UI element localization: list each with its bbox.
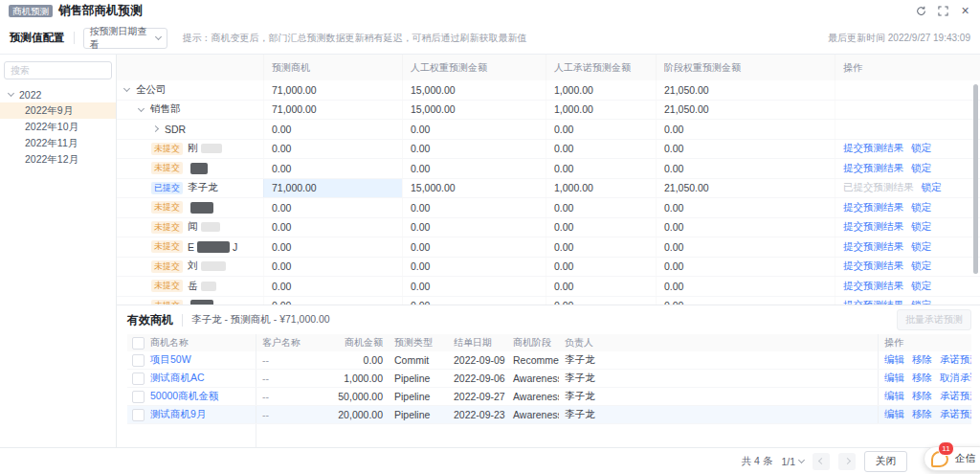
forecast-value-cell: 0.00	[263, 159, 402, 178]
submit-forecast-link[interactable]: 提交预测结果	[843, 280, 903, 293]
row-checkbox[interactable]	[132, 372, 145, 385]
row-checkbox[interactable]	[132, 391, 145, 403]
redacted-name	[197, 241, 230, 253]
forecast-value-cell: 0.00	[263, 140, 402, 159]
tree-node-month[interactable]: 2022年11月	[0, 135, 116, 151]
forecast-value-cell: 0.00	[263, 218, 402, 237]
lock-link[interactable]: 锁定	[911, 260, 931, 273]
forecast-value-cell: 0.00	[656, 258, 835, 277]
redacted-name	[201, 261, 226, 271]
select-all-checkbox[interactable]	[132, 337, 145, 350]
member-name: 岳	[188, 280, 198, 293]
submit-forecast-link[interactable]: 提交预测结果	[843, 142, 903, 155]
column-header: 预测类型	[389, 334, 448, 351]
opportunity-link[interactable]: 项目50W	[150, 353, 191, 367]
close-panel-button[interactable]: 关闭	[864, 451, 907, 472]
column-header: 操作	[835, 55, 980, 80]
wecom-label: 企信	[955, 452, 975, 465]
forecast-value-cell: 0.00	[656, 297, 835, 305]
dept-name-cell: SDR	[117, 120, 263, 139]
lock-link[interactable]: 锁定	[911, 142, 931, 155]
chevron-down-icon[interactable]	[138, 105, 145, 112]
remove-link[interactable]: 移除	[912, 390, 932, 403]
forecast-value-cell: 71,000.00	[263, 101, 402, 120]
submit-forecast-link[interactable]: 提交预测结果	[843, 162, 903, 175]
amount-cell: 50,000.00	[333, 388, 389, 405]
submit-forecast-link[interactable]: 提交预测结果	[843, 201, 903, 214]
redacted-name	[190, 163, 208, 174]
submit-forecast-link[interactable]: 提交预测结果	[843, 220, 903, 234]
forecast-value-cell: 1,000.00	[546, 80, 656, 100]
forecast-value-cell: 15,000.00	[402, 179, 546, 198]
commit-toggle-link[interactable]: 取消承诺	[940, 372, 971, 385]
row-checkbox[interactable]	[132, 409, 145, 421]
batch-commit-button[interactable]: 批量承诺预测	[897, 309, 971, 330]
remove-link[interactable]: 移除	[912, 372, 932, 385]
opportunity-link[interactable]: 测试商机9月	[150, 408, 206, 421]
opportunity-link[interactable]: 测试商机AC	[150, 372, 205, 385]
tree-node-month[interactable]: 2022年9月	[0, 102, 116, 119]
tree-node-month[interactable]: 2022年10月	[0, 119, 116, 135]
forecast-value-cell: 0.00	[656, 277, 835, 296]
expand-icon[interactable]	[937, 5, 949, 17]
opportunity-name-cell: 测试商机AC	[148, 370, 256, 387]
edit-link[interactable]: 编辑	[884, 408, 904, 421]
tree-node-year[interactable]: 2022	[4, 86, 112, 102]
dept-row: SDR0.000.000.000.00	[117, 120, 980, 140]
remove-link[interactable]: 移除	[912, 408, 932, 421]
forecast-value-cell: 0.00	[656, 218, 835, 237]
search-input[interactable]	[4, 61, 112, 79]
prev-page-button[interactable]	[813, 453, 830, 470]
edit-link[interactable]: 编辑	[884, 353, 904, 367]
tree-node-month[interactable]: 2022年12月	[0, 151, 116, 168]
lock-link[interactable]: 锁定	[911, 162, 931, 175]
member-name-cell: 已提交李子龙	[117, 179, 263, 198]
page-select[interactable]: 1/1	[781, 456, 804, 467]
detail-header: 有效商机 李子龙 - 预测商机 - ¥71,000.00 批量承诺预测	[127, 305, 971, 334]
forecast-value-cell: 0.00	[263, 120, 402, 139]
remove-link[interactable]: 移除	[912, 353, 932, 367]
edit-link[interactable]: 编辑	[884, 390, 904, 403]
stage-cell: Awareness	[507, 370, 559, 387]
submit-forecast-link[interactable]: 提交预测结果	[843, 240, 903, 254]
row-actions-cell: 提交预测结果锁定	[835, 277, 980, 296]
lock-link[interactable]: 锁定	[911, 201, 931, 214]
lock-link[interactable]: 锁定	[911, 220, 931, 234]
member-row: 未提交0.000.000.000.00提交预测结果锁定	[117, 297, 980, 305]
commit-toggle-link[interactable]: 承诺预测	[940, 390, 971, 403]
view-mode-select[interactable]: 按预测日期查看	[83, 28, 167, 49]
commit-toggle-link[interactable]: 承诺预测	[940, 353, 971, 367]
lock-link[interactable]: 锁定	[911, 280, 931, 293]
forecast-value-cell: 0.00	[402, 218, 546, 237]
forecast-value-cell: 71,000.00	[263, 179, 402, 198]
commit-toggle-link[interactable]: 承诺预测	[940, 408, 971, 421]
redacted-name	[190, 202, 213, 214]
forecast-value-cell: 0.00	[402, 159, 546, 178]
lock-link[interactable]: 锁定	[922, 181, 942, 194]
member-name: 刘	[188, 260, 198, 273]
close-icon[interactable]: ×	[959, 5, 971, 17]
date-tree: 2022 2022年9月2022年10月2022年11月2022年12月	[4, 86, 112, 168]
column-header: 结单日期	[448, 334, 507, 351]
chevron-right-icon[interactable]	[152, 125, 159, 132]
chevron-down-icon[interactable]	[123, 85, 130, 92]
row-checkbox[interactable]	[132, 354, 145, 367]
wecom-float-widget[interactable]: 11 企信	[924, 446, 980, 471]
next-page-button[interactable]	[838, 453, 856, 470]
scrollbar[interactable]	[973, 84, 978, 274]
forecast-value-cell: 0.00	[546, 237, 656, 257]
member-row: 未提交0.000.000.000.00提交预测结果锁定	[117, 159, 980, 179]
submit-forecast-link[interactable]: 提交预测结果	[843, 260, 903, 273]
dept-name-cell: 全公司	[117, 80, 263, 100]
redacted-name	[201, 282, 216, 291]
lock-link[interactable]: 锁定	[911, 240, 931, 254]
member-row: 未提交刘0.000.000.000.00提交预测结果锁定	[117, 258, 980, 278]
edit-link[interactable]: 编辑	[884, 372, 904, 385]
chevron-right-icon	[843, 458, 850, 464]
member-row: 未提交岳0.000.000.000.00提交预测结果锁定	[117, 277, 980, 297]
status-badge: 未提交	[151, 240, 183, 253]
opportunity-link[interactable]: 50000商机金额	[150, 390, 218, 403]
customer-cell: --	[256, 388, 333, 405]
status-badge: 未提交	[151, 143, 183, 155]
refresh-icon[interactable]	[915, 5, 927, 17]
